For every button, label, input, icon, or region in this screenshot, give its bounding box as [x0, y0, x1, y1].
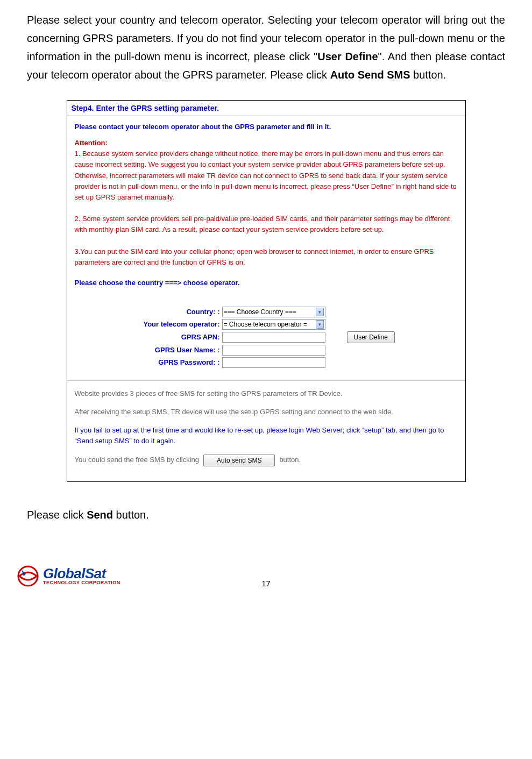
intro-text: button.	[410, 69, 446, 81]
gprs-password-label: GPRS Password: :	[75, 358, 222, 366]
apn-input[interactable]	[222, 332, 325, 343]
apn-label: GPRS APN:	[75, 333, 222, 341]
operator-label: Your telecom operator:	[75, 320, 222, 328]
operator-select[interactable]: = Choose telecom operator = ▾	[222, 319, 325, 330]
page-footer: GlobalSat TECHNOLOGY CORPORATION 17	[0, 564, 532, 594]
user-define-button[interactable]: User Define	[347, 331, 395, 343]
step4-header: Step4. Enter the GPRS setting parameter.	[67, 101, 465, 116]
intro-auto-send: Auto Send SMS	[330, 69, 410, 81]
resetup-note: If you fail to set up at the first time …	[75, 425, 458, 446]
setup-sms-note: After receiving the setup SMS, TR device…	[75, 407, 458, 417]
gprs-form: Country: : === Choose Country === ▾ Your…	[67, 307, 465, 380]
country-select[interactable]: === Choose Country === ▾	[222, 307, 325, 317]
svg-point-0	[18, 566, 38, 586]
click-send-instruction: Please click Send button.	[27, 509, 505, 521]
post-text-send: Send	[87, 509, 113, 521]
auto-send-line: You could send the free SMS by clicking …	[75, 455, 458, 466]
gprs-password-input[interactable]	[222, 357, 325, 368]
globalsat-logo: GlobalSat TECHNOLOGY CORPORATION	[16, 564, 120, 588]
contact-operator-note: Please contact your telecom operator abo…	[75, 122, 458, 132]
attention-item-3: 3.You can put the SIM card into your cel…	[75, 246, 458, 268]
country-select-value: === Choose Country ===	[224, 308, 296, 316]
choose-country-instruction: Please choose the country ===> choose op…	[75, 278, 458, 288]
chevron-down-icon: ▾	[316, 308, 324, 316]
intro-user-define: User Define	[317, 51, 378, 62]
attention-item-1: 1. Because system service providers chan…	[75, 148, 458, 203]
gprs-user-label: GPRS User Name: :	[75, 346, 222, 354]
chevron-down-icon: ▾	[316, 320, 324, 329]
attention-title: Attention:	[75, 138, 458, 148]
intro-paragraph: Please select your country and telecom o…	[27, 11, 505, 84]
logo-icon	[16, 564, 40, 588]
post-text-a: Please click	[27, 509, 87, 521]
gprs-user-input[interactable]	[222, 345, 325, 356]
page-number: 17	[261, 579, 271, 588]
operator-select-value: = Choose telecom operator =	[224, 321, 307, 328]
logo-subtitle: TECHNOLOGY CORPORATION	[43, 580, 120, 585]
attention-item-2: 2. Some system service providers sell pr…	[75, 214, 458, 235]
country-label: Country: :	[75, 308, 222, 316]
step4-screenshot: Step4. Enter the GPRS setting parameter.…	[67, 100, 466, 482]
auto-send-suffix: button.	[279, 455, 301, 465]
auto-send-prefix: You could send the free SMS by clicking	[75, 455, 200, 465]
logo-brand: GlobalSat	[43, 566, 120, 580]
free-sms-note: Website provides 3 pieces of free SMS fo…	[75, 388, 458, 399]
post-text-c: button.	[113, 509, 149, 521]
auto-send-sms-button[interactable]: Auto send SMS	[203, 455, 275, 466]
